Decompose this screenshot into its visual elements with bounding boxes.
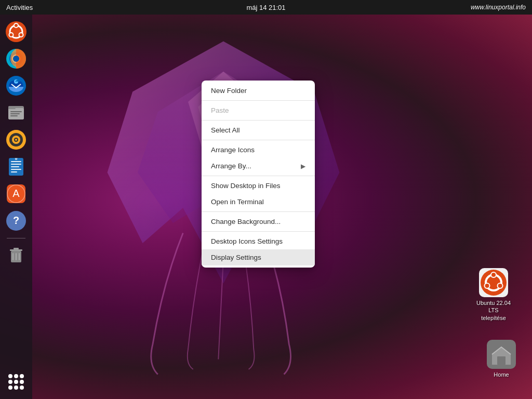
svg-point-11	[10, 33, 13, 36]
menu-separator-1	[202, 100, 315, 101]
dock-icon-ubuntu-installer[interactable]	[4, 20, 28, 44]
svg-rect-21	[8, 106, 16, 109]
datetime-display: máj 14 21:01	[246, 4, 285, 11]
dock-icon-thunderbird[interactable]	[4, 74, 28, 98]
dock-separator	[7, 238, 25, 238]
menu-item-paste: Paste	[202, 102, 315, 118]
menu-item-arrange-by-label: Arrange By...	[211, 162, 251, 170]
svg-rect-31	[11, 161, 21, 162]
menu-item-arrange-icons[interactable]: Arrange Icons	[202, 142, 315, 158]
svg-point-54	[491, 273, 496, 277]
svg-rect-46	[10, 249, 22, 251]
dock-icon-help[interactable]: ?	[4, 209, 28, 233]
svg-rect-32	[11, 164, 21, 165]
svg-point-29	[15, 139, 17, 141]
menu-item-display-settings-label: Display Settings	[211, 254, 261, 261]
svg-rect-47	[14, 248, 19, 249]
menu-separator-6	[202, 231, 315, 232]
menu-item-show-desktop-in-files-label: Show Desktop in Files	[211, 182, 281, 190]
svg-text:?: ?	[13, 215, 19, 226]
submenu-arrow-icon: ▶	[301, 163, 305, 170]
menu-separator-4	[202, 176, 315, 176]
menu-item-select-all[interactable]: Select All	[202, 122, 315, 138]
dock-icon-libreoffice-writer[interactable]: W	[4, 155, 28, 179]
svg-rect-35	[11, 171, 17, 172]
menu-item-desktop-icons-settings[interactable]: Desktop Icons Settings	[202, 233, 315, 249]
menu-item-open-in-terminal[interactable]: Open in Terminal	[202, 194, 315, 210]
svg-text:W: W	[15, 157, 18, 161]
svg-point-9	[15, 24, 18, 27]
website-label: www.linuxportal.info	[471, 4, 526, 11]
svg-point-10	[20, 33, 23, 36]
home-icon-img	[487, 340, 516, 369]
apps-dot	[14, 374, 18, 378]
apps-dot	[14, 385, 18, 390]
dock-icon-rhythmbox[interactable]	[4, 128, 28, 152]
menu-separator-2	[202, 120, 315, 121]
apps-dot	[8, 385, 12, 390]
svg-point-56	[485, 284, 489, 288]
svg-rect-43	[12, 253, 14, 260]
ubuntu-install-label: Ubuntu 22.04 LTStelepítése	[473, 299, 514, 322]
menu-item-new-folder[interactable]: New Folder	[202, 83, 315, 99]
svg-rect-44	[16, 253, 17, 260]
svg-point-55	[498, 284, 502, 288]
menu-item-arrange-icons-label: Arrange Icons	[211, 146, 255, 154]
menu-item-change-background[interactable]: Change Background...	[202, 214, 315, 230]
dock-icon-files[interactable]	[4, 101, 28, 125]
apps-dot	[20, 374, 24, 378]
svg-rect-58	[497, 356, 506, 365]
dock-icon-firefox[interactable]	[4, 47, 28, 71]
svg-rect-23	[10, 113, 20, 114]
menu-item-desktop-icons-settings-label: Desktop Icons Settings	[211, 237, 283, 245]
svg-rect-34	[11, 169, 21, 170]
svg-point-15	[13, 56, 19, 62]
menu-item-new-folder-label: New Folder	[211, 87, 247, 95]
apps-dot	[20, 380, 24, 384]
menu-item-select-all-label: Select All	[211, 126, 240, 134]
topbar: Activities máj 14 21:01 www.linuxportal.…	[0, 0, 532, 15]
menu-item-change-background-label: Change Background...	[211, 218, 281, 225]
dock: W A ?	[0, 15, 32, 399]
ubuntu-install-icon-img	[479, 268, 508, 297]
menu-item-display-settings[interactable]: Display Settings	[202, 249, 315, 265]
apps-dot	[8, 374, 12, 378]
menu-item-paste-label: Paste	[211, 107, 229, 114]
apps-dot	[14, 380, 18, 384]
menu-separator-5	[202, 211, 315, 212]
dock-icon-app-store[interactable]: A	[4, 182, 28, 206]
svg-rect-33	[11, 166, 19, 167]
svg-rect-45	[19, 253, 20, 260]
apps-dot	[20, 385, 24, 390]
svg-rect-24	[10, 115, 18, 116]
activities-button[interactable]: Activities	[6, 4, 33, 11]
svg-text:A: A	[12, 188, 20, 199]
menu-item-show-desktop-in-files[interactable]: Show Desktop in Files	[202, 178, 315, 194]
desktop-icon-ubuntu-install[interactable]: Ubuntu 22.04 LTStelepítése	[470, 265, 517, 325]
desktop[interactable]: Activities máj 14 21:01 www.linuxportal.…	[0, 0, 532, 399]
menu-item-open-in-terminal-label: Open in Terminal	[211, 198, 264, 206]
home-label: Home	[494, 371, 509, 378]
context-menu: New Folder Paste Select All Arrange Icon…	[202, 81, 315, 268]
menu-separator-3	[202, 140, 315, 140]
show-applications-button[interactable]	[4, 370, 28, 394]
dock-icon-trash[interactable]	[4, 243, 28, 267]
apps-dot	[8, 380, 12, 384]
desktop-icon-home[interactable]: Home	[478, 337, 525, 381]
svg-rect-22	[10, 111, 22, 112]
menu-item-arrange-by[interactable]: Arrange By... ▶	[202, 158, 315, 174]
